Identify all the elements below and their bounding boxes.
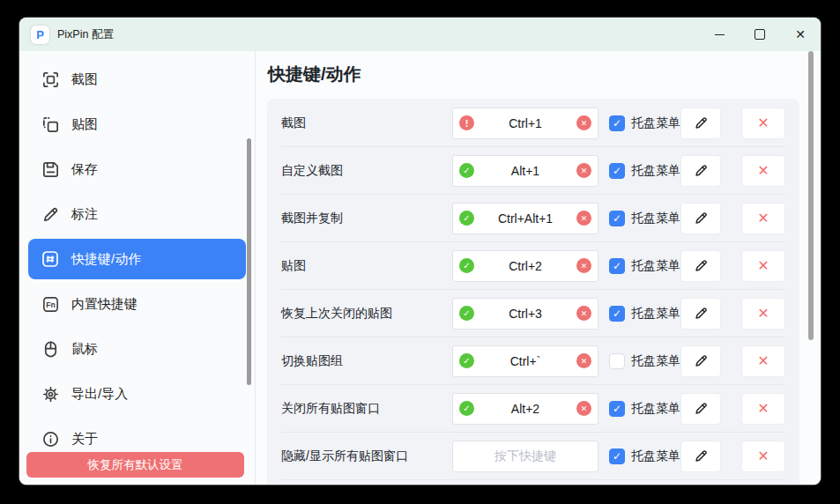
svg-text:Fn: Fn — [46, 300, 55, 308]
hotkey-row-label: 恢复上次关闭的贴图 — [281, 306, 452, 322]
edit-hotkey-button[interactable] — [680, 345, 721, 377]
delete-row-button[interactable]: ✕ — [741, 107, 785, 139]
edit-hotkey-button[interactable] — [680, 155, 721, 187]
delete-row-button[interactable]: ✕ — [741, 393, 785, 425]
hotkey-clear-icon[interactable]: ✕ — [576, 163, 591, 178]
sidebar: 截图 贴图 保存 — [19, 51, 256, 485]
hotkey-row: 自定义截图 ! ✓ Alt+1 ✕ ✓ 托盘菜单 ✕ — [281, 147, 785, 195]
check-icon: ✓ — [613, 451, 621, 462]
delete-row-button[interactable]: ✕ — [741, 441, 785, 472]
hotkey-input[interactable]: ! ✓ Alt+2 ✕ — [452, 393, 598, 425]
screenshot-icon — [40, 69, 61, 90]
sidebar-item-save[interactable]: 保存 — [28, 149, 246, 189]
tray-menu-checkbox[interactable]: ✓ — [609, 115, 625, 131]
sidebar-items: 截图 贴图 保存 — [19, 51, 255, 459]
check-icon: ✓ — [613, 118, 621, 129]
fn-key-icon: Fn — [40, 293, 61, 315]
pencil-icon — [694, 306, 709, 321]
hotkey-input[interactable]: ! ✓ Alt+1 ✕ — [452, 155, 598, 187]
delete-row-button[interactable]: ✕ — [741, 250, 785, 282]
close-icon: ✕ — [795, 28, 806, 41]
delete-x-icon: ✕ — [757, 115, 769, 131]
tray-menu-checkbox[interactable]: ✓ — [609, 306, 625, 322]
tray-menu-checkbox[interactable]: ✓ — [609, 258, 625, 274]
hotkey-value: Ctrl+1 — [509, 116, 542, 130]
pencil-icon — [694, 115, 709, 130]
hotkey-input[interactable]: ! ✓ Ctrl+3 ✕ — [452, 298, 598, 330]
edit-hotkey-button[interactable] — [680, 107, 721, 139]
hotkey-row: 截图 ! ✓ Ctrl+1 ✕ ✓ 托盘菜单 ✕ — [281, 100, 785, 147]
hotkey-clear-icon[interactable]: ✕ — [576, 306, 591, 321]
delete-row-button[interactable]: ✕ — [741, 345, 785, 377]
pencil-icon — [694, 353, 709, 368]
tray-menu-checkbox[interactable]: ✓ — [609, 401, 625, 417]
hotkey-ok-icon: ✓ — [459, 306, 474, 321]
tray-menu-checkbox[interactable]: ✓ — [609, 211, 625, 226]
edit-hotkey-button[interactable] — [680, 393, 721, 425]
hotkey-clear-icon[interactable]: ✕ — [576, 258, 591, 273]
tray-menu-checkbox[interactable]: ✓ — [609, 448, 625, 464]
hotkey-ok-icon: ✓ — [459, 353, 474, 368]
tray-menu-label: 托盘菜单 — [631, 211, 680, 226]
hotkey-clear-icon[interactable]: ✕ — [576, 211, 591, 226]
hotkey-input[interactable]: ! ✓ Ctrl+` ✕ — [452, 345, 598, 377]
sidebar-item-pin-image[interactable]: 贴图 — [28, 104, 246, 145]
hotkey-input[interactable]: ! ✓ 按下快捷键 ✕ — [452, 441, 598, 472]
pixpin-logo-icon: P — [31, 26, 49, 44]
edit-hotkey-button[interactable] — [680, 250, 721, 282]
restore-defaults-button[interactable]: 恢复所有默认设置 — [26, 452, 244, 478]
sidebar-item-label: 内置快捷键 — [71, 296, 138, 313]
delete-x-icon: ✕ — [757, 352, 769, 369]
window-controls: ✕ — [699, 18, 821, 51]
hotkey-row-label: 截图 — [281, 115, 452, 131]
hotkey-clear-icon[interactable]: ✕ — [576, 401, 591, 416]
maximize-button[interactable] — [740, 18, 780, 51]
hotkey-row: 截图并复制 ! ✓ Ctrl+Alt+1 ✕ ✓ 托盘菜单 ✕ — [281, 195, 785, 242]
tray-menu-checkbox[interactable]: ✓ — [609, 163, 625, 179]
hotkey-input[interactable]: ! ✓ Ctrl+2 ✕ — [452, 250, 598, 282]
edit-hotkey-button[interactable] — [680, 441, 721, 472]
hotkey-clear-icon[interactable]: ✕ — [576, 115, 591, 130]
window-title: PixPin 配置 — [57, 27, 114, 42]
hotkey-value: Ctrl+3 — [509, 307, 542, 321]
sidebar-item-annotate[interactable]: 标注 — [28, 194, 246, 234]
tray-menu-checkbox[interactable]: ✓ — [609, 353, 625, 369]
tray-menu-label: 托盘菜单 — [631, 258, 680, 274]
hotkey-row-label: 截图并复制 — [281, 211, 452, 226]
sidebar-item-mouse[interactable]: 鼠标 — [28, 329, 246, 369]
hotkey-clear-icon[interactable]: ✕ — [576, 353, 591, 368]
sidebar-item-builtin-hotkeys[interactable]: Fn 内置快捷键 — [28, 284, 246, 324]
sidebar-scrollbar[interactable] — [247, 138, 251, 385]
main-content: 快捷键/动作 截图 ! ✓ Ctrl+1 ✕ ✓ 托盘菜单 ✕ — [256, 51, 821, 485]
sidebar-item-label: 鼠标 — [71, 341, 98, 358]
delete-row-button[interactable]: ✕ — [741, 203, 785, 234]
delete-x-icon: ✕ — [757, 210, 769, 226]
edit-hotkey-button[interactable] — [680, 203, 721, 234]
minimize-button[interactable] — [699, 18, 740, 51]
pencil-icon — [694, 211, 709, 226]
sidebar-item-screenshot[interactable]: 截图 — [28, 59, 246, 100]
hotkey-row-label: 切换贴图组 — [281, 353, 452, 369]
delete-row-button[interactable]: ✕ — [741, 298, 785, 330]
sidebar-item-label: 贴图 — [71, 116, 98, 133]
delete-row-button[interactable]: ✕ — [741, 155, 785, 187]
save-icon — [40, 159, 61, 180]
hotkey-input[interactable]: ! ✓ Ctrl+Alt+1 ✕ — [452, 203, 598, 234]
hotkey-row: 切换贴图组 ! ✓ Ctrl+` ✕ ✓ 托盘菜单 ✕ — [281, 337, 785, 385]
main-scrollbar[interactable] — [808, 51, 814, 340]
hotkey-value: Ctrl+` — [510, 354, 541, 368]
check-icon: ✓ — [613, 213, 621, 224]
gear-icon — [40, 383, 61, 404]
edit-hotkey-button[interactable] — [680, 298, 721, 330]
close-button[interactable]: ✕ — [780, 18, 821, 51]
hotkey-input[interactable]: ! ✓ Ctrl+1 ✕ — [452, 107, 598, 139]
page-title: 快捷键/动作 — [268, 62, 821, 86]
maximize-icon — [755, 29, 765, 40]
sidebar-item-label: 导出/导入 — [71, 386, 128, 403]
hotkey-row-label: 隐藏/显示所有贴图窗口 — [281, 448, 452, 464]
titlebar: P PixPin 配置 ✕ — [19, 18, 821, 51]
hotkey-error-icon: ! — [459, 115, 474, 130]
sidebar-item-hotkeys[interactable]: 快捷键/动作 — [28, 239, 246, 279]
delete-x-icon: ✕ — [757, 305, 769, 322]
sidebar-item-export-import[interactable]: 导出/导入 — [28, 374, 246, 414]
